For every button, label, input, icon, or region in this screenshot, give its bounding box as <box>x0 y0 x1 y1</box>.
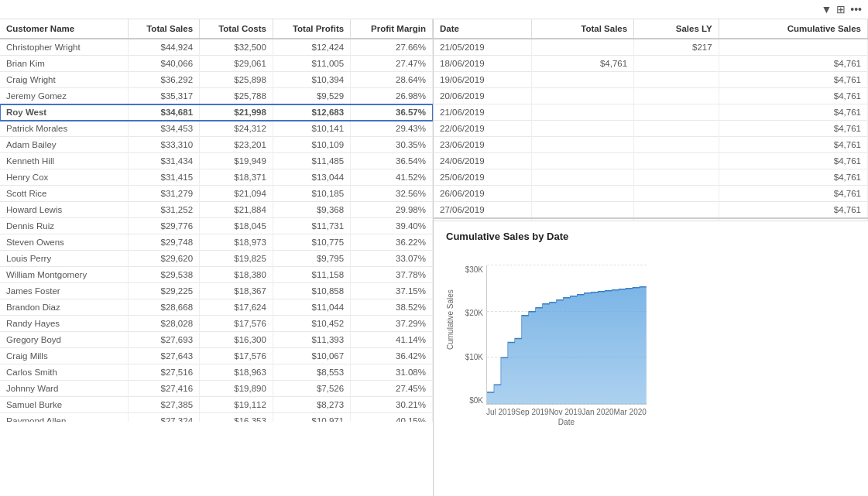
table-cell: 19/06/2019 <box>434 72 532 88</box>
table-cell: $25,788 <box>200 88 273 104</box>
table-cell: $18,367 <box>200 283 273 299</box>
table-row[interactable]: Patrick Morales$34,453$24,312$10,14129.4… <box>0 121 433 137</box>
right-footer-sales-ly: $344 <box>634 218 719 221</box>
table-cell: $11,005 <box>273 56 350 72</box>
table-row[interactable]: Howard Lewis$31,252$21,884$9,36829.98% <box>0 202 433 218</box>
col-header-profit-margin[interactable]: Profit Margin <box>351 19 433 39</box>
table-cell: $29,061 <box>200 56 273 72</box>
table-cell <box>532 169 634 186</box>
col-header-total-profits[interactable]: Total Profits <box>273 19 350 39</box>
chart-y-axis-label: Cumulative Sales <box>446 250 455 389</box>
col-header-date[interactable]: Date <box>434 19 532 39</box>
table-cell: Scott Rice <box>0 186 128 202</box>
table-cell: Henry Cox <box>0 169 128 186</box>
table-cell: $217 <box>634 39 719 56</box>
table-cell: $4,761 <box>719 72 867 88</box>
col-header-total-sales[interactable]: Total Sales <box>128 19 200 39</box>
table-row[interactable]: Christopher Wright$44,924$32,500$12,4242… <box>0 39 433 56</box>
grid-icon[interactable]: ⊞ <box>836 3 846 15</box>
table-row[interactable]: Brian Kim$40,066$29,061$11,00527.47% <box>0 56 433 72</box>
right-footer-cumulative-sales: $34,681 <box>719 218 867 221</box>
col-header-customer-name[interactable]: Customer Name <box>0 19 128 39</box>
table-cell: $35,317 <box>128 88 200 104</box>
table-row[interactable]: 25/06/2019$4,761 <box>434 169 868 186</box>
more-icon[interactable]: ••• <box>850 3 862 15</box>
table-cell: 40.15% <box>351 413 433 422</box>
table-row[interactable]: Dennis Ruiz$29,776$18,045$11,73139.40% <box>0 218 433 234</box>
table-row[interactable]: Johnny Ward$27,416$19,890$7,52627.45% <box>0 381 433 397</box>
left-table-scroll[interactable]: Customer Name Total Sales Total Costs To… <box>0 19 433 422</box>
table-row[interactable]: 23/06/2019$4,761 <box>434 137 868 153</box>
table-row[interactable]: 26/06/2019$4,761 <box>434 186 868 202</box>
table-row[interactable]: Louis Perry$29,620$19,825$9,79533.07% <box>0 251 433 267</box>
table-row[interactable]: 21/06/2019$4,761 <box>434 104 868 121</box>
table-cell: $21,884 <box>200 202 273 218</box>
table-cell <box>532 186 634 202</box>
table-row[interactable]: 27/06/2019$4,761 <box>434 202 868 219</box>
table-cell: 30.35% <box>351 137 433 153</box>
table-row[interactable]: 21/05/2019$217 <box>434 39 868 56</box>
col-header-cumulative-sales[interactable]: Cumulative Sales <box>719 19 867 39</box>
table-cell: $16,300 <box>200 332 273 348</box>
col-header-sales-ly[interactable]: Sales LY <box>634 19 719 39</box>
table-cell: $8,553 <box>273 364 350 381</box>
table-cell: Dennis Ruiz <box>0 218 128 234</box>
table-cell: $4,761 <box>719 121 867 137</box>
table-row[interactable]: Adam Bailey$33,310$23,201$10,10930.35% <box>0 137 433 153</box>
table-cell: $4,761 <box>719 104 867 121</box>
table-row[interactable]: Kenneth Hill$31,434$19,949$11,48536.54% <box>0 153 433 169</box>
table-row[interactable]: 22/06/2019$4,761 <box>434 121 868 137</box>
table-row[interactable]: Jeremy Gomez$35,317$25,788$9,52926.98% <box>0 88 433 104</box>
table-row[interactable]: Scott Rice$31,279$21,094$10,18532.56% <box>0 186 433 202</box>
table-cell: 30.21% <box>351 397 433 413</box>
table-cell: 33.07% <box>351 251 433 267</box>
table-row[interactable]: Henry Cox$31,415$18,371$13,04441.52% <box>0 169 433 186</box>
table-cell: $11,485 <box>273 153 350 169</box>
table-cell <box>634 121 719 137</box>
table-row[interactable]: William Montgomery$29,538$18,380$11,1583… <box>0 267 433 283</box>
table-cell: 37.15% <box>351 283 433 299</box>
table-row[interactable]: Randy Hayes$28,028$17,576$10,45237.29% <box>0 316 433 332</box>
table-cell: 36.22% <box>351 234 433 251</box>
table-row[interactable]: 18/06/2019$4,761$4,761 <box>434 56 868 72</box>
table-row[interactable]: Brandon Diaz$28,668$17,624$11,04438.52% <box>0 299 433 316</box>
table-row[interactable]: 24/06/2019$4,761 <box>434 153 868 169</box>
table-row[interactable]: Roy West$34,681$21,998$12,68336.57% <box>0 104 433 121</box>
table-cell: $17,576 <box>200 316 273 332</box>
filter-icon[interactable]: ▼ <box>821 3 832 15</box>
table-cell: Carlos Smith <box>0 364 128 381</box>
table-cell: $34,453 <box>128 121 200 137</box>
table-row[interactable]: 19/06/2019$4,761 <box>434 72 868 88</box>
y-label-10k: $10K <box>456 353 483 361</box>
table-cell <box>634 137 719 153</box>
table-row[interactable]: Raymond Allen$27,324$16,353$10,97140.15% <box>0 413 433 422</box>
table-row[interactable]: Craig Mills$27,643$17,576$10,06736.42% <box>0 348 433 364</box>
table-cell: 22/06/2019 <box>434 121 532 137</box>
table-cell: Adam Bailey <box>0 137 128 153</box>
table-row[interactable]: Carlos Smith$27,516$18,963$8,55331.08% <box>0 364 433 381</box>
col-header-sales[interactable]: Total Sales <box>532 19 634 39</box>
table-row[interactable]: James Foster$29,225$18,367$10,85837.15% <box>0 283 433 299</box>
table-cell: 29.43% <box>351 121 433 137</box>
chart-container: $30K $20K $10K $0K <box>456 250 647 405</box>
table-cell: $10,394 <box>273 72 350 88</box>
table-cell: $25,898 <box>200 72 273 88</box>
x-label-jul2019: Jul 2019 <box>486 408 516 416</box>
table-cell: $28,668 <box>128 299 200 316</box>
table-row[interactable]: Craig Wright$36,292$25,898$10,39428.64% <box>0 72 433 88</box>
col-header-total-costs[interactable]: Total Costs <box>200 19 273 39</box>
table-cell: $23,201 <box>200 137 273 153</box>
table-cell: $21,094 <box>200 186 273 202</box>
table-cell: Gregory Boyd <box>0 332 128 348</box>
y-label-0k: $0K <box>456 396 483 405</box>
table-cell: 41.52% <box>351 169 433 186</box>
table-row[interactable]: 20/06/2019$4,761 <box>434 88 868 104</box>
table-cell: $19,890 <box>200 381 273 397</box>
table-row[interactable]: Samuel Burke$27,385$19,112$8,27330.21% <box>0 397 433 413</box>
table-cell: 37.78% <box>351 267 433 283</box>
table-row[interactable]: Gregory Boyd$27,693$16,300$11,39341.14% <box>0 332 433 348</box>
table-cell: $9,529 <box>273 88 350 104</box>
sales-date-table: Date Total Sales Sales LY Cumulative Sal… <box>434 19 868 221</box>
table-row[interactable]: Steven Owens$29,748$18,973$10,77536.22% <box>0 234 433 251</box>
right-table-scroll[interactable]: Date Total Sales Sales LY Cumulative Sal… <box>434 19 868 221</box>
